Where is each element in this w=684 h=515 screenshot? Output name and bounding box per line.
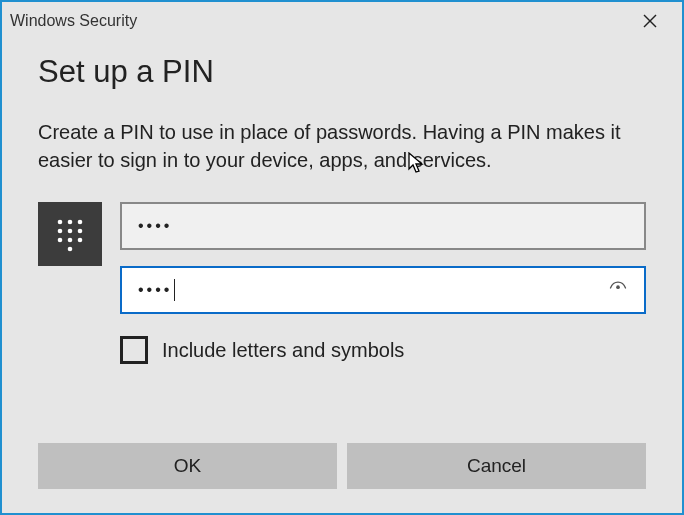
svg-point-4 xyxy=(78,220,83,225)
pin-input-row: •••• •••• xyxy=(38,202,646,314)
confirm-pin-dots: •••• xyxy=(138,281,172,299)
pin-dots: •••• xyxy=(138,217,172,235)
close-button[interactable] xyxy=(626,6,674,36)
svg-point-2 xyxy=(58,220,63,225)
confirm-pin-input[interactable]: •••• xyxy=(120,266,646,314)
text-caret xyxy=(174,279,175,301)
svg-point-8 xyxy=(58,238,63,243)
pin-setup-dialog: Windows Security Set up a PIN Create a P… xyxy=(0,0,684,515)
keypad-icon xyxy=(38,202,102,266)
include-symbols-row: Include letters and symbols xyxy=(120,336,646,364)
svg-point-10 xyxy=(78,238,83,243)
titlebar: Windows Security xyxy=(2,2,682,40)
include-symbols-label: Include letters and symbols xyxy=(162,339,404,362)
svg-point-12 xyxy=(616,285,620,289)
include-symbols-checkbox[interactable] xyxy=(120,336,148,364)
svg-point-3 xyxy=(68,220,73,225)
svg-point-7 xyxy=(78,229,83,234)
description-text: Create a PIN to use in place of password… xyxy=(38,118,646,174)
dialog-content: Set up a PIN Create a PIN to use in plac… xyxy=(2,54,682,364)
dialog-buttons: OK Cancel xyxy=(38,443,646,489)
close-icon xyxy=(643,14,657,28)
cancel-button[interactable]: Cancel xyxy=(347,443,646,489)
eye-icon xyxy=(608,278,628,298)
window-title: Windows Security xyxy=(10,12,137,30)
new-pin-input[interactable]: •••• xyxy=(120,202,646,250)
ok-button[interactable]: OK xyxy=(38,443,337,489)
svg-point-6 xyxy=(68,229,73,234)
svg-point-5 xyxy=(58,229,63,234)
reveal-password-button[interactable] xyxy=(608,278,628,302)
svg-point-9 xyxy=(68,238,73,243)
pin-fields: •••• •••• xyxy=(120,202,646,314)
svg-point-11 xyxy=(68,247,73,252)
page-title: Set up a PIN xyxy=(38,54,646,90)
